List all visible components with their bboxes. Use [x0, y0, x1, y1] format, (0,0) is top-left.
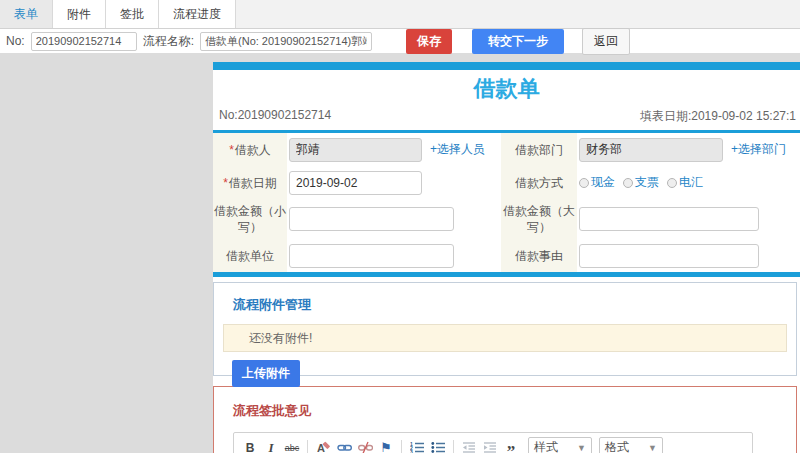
- doc-number: No:20190902152714: [219, 108, 331, 125]
- strikethrough-icon[interactable]: abc: [282, 438, 302, 453]
- doc-meta: No:20190902152714 填表日期:2019-09-02 15:27:…: [213, 108, 800, 125]
- borrow-unit-label: 借款单位: [213, 239, 287, 272]
- borrow-reason-input[interactable]: [579, 244, 759, 268]
- fill-date: 填表日期:2019-09-02 15:27:1: [640, 108, 796, 125]
- app-screen: 表单 附件 签批 流程进度 No: 流程名称: 保存 转交下一步 返回 借款单 …: [0, 0, 800, 453]
- process-name-label: 流程名称:: [143, 33, 194, 50]
- amount-lower-input[interactable]: [289, 207, 454, 231]
- indent-icon[interactable]: [480, 438, 500, 453]
- approval-section-title: 流程签批意见: [233, 402, 787, 420]
- radio-icon[interactable]: [579, 178, 589, 188]
- command-bar: No: 流程名称: 保存 转交下一步 返回: [0, 29, 800, 53]
- tab-approval[interactable]: 签批: [106, 0, 159, 28]
- borrower-label: *借款人: [213, 133, 287, 166]
- toolbar-separator: [401, 440, 402, 453]
- italic-icon[interactable]: I: [261, 438, 281, 453]
- process-name-input[interactable]: [200, 32, 372, 51]
- tab-attachments[interactable]: 附件: [53, 0, 106, 28]
- radio-wire[interactable]: 电汇: [667, 174, 703, 191]
- save-button[interactable]: 保存: [406, 29, 452, 54]
- department-label: 借款部门: [501, 133, 577, 166]
- approval-section: 流程签批意见 B I abc A ⚑: [213, 386, 797, 453]
- remove-format-icon[interactable]: A: [313, 438, 333, 453]
- no-label: No:: [6, 34, 25, 48]
- toolbar-separator: [307, 440, 308, 453]
- borrow-reason-label: 借款事由: [501, 239, 577, 272]
- attachment-section-title: 流程附件管理: [233, 296, 787, 314]
- form-row-amount: 借款金额（小写） 借款金额（大写）: [213, 199, 800, 239]
- svg-text:3: 3: [410, 449, 413, 453]
- tab-form[interactable]: 表单: [0, 0, 53, 28]
- toolbar-separator: [453, 440, 454, 453]
- radio-cash[interactable]: 现金: [579, 174, 615, 191]
- upload-attachment-button[interactable]: 上传附件: [232, 360, 300, 387]
- no-input[interactable]: [31, 32, 137, 51]
- back-button[interactable]: 返回: [582, 28, 630, 55]
- blockquote-icon[interactable]: ”: [501, 438, 521, 453]
- select-department-link[interactable]: +选择部门: [731, 141, 786, 158]
- tab-strip: 表单 附件 签批 流程进度: [0, 0, 800, 29]
- amount-lower-label: 借款金额（小写）: [213, 199, 287, 239]
- attachment-section: 流程附件管理 还没有附件! 上传附件: [213, 282, 797, 376]
- bold-icon[interactable]: B: [240, 438, 260, 453]
- next-step-button[interactable]: 转交下一步: [472, 29, 564, 54]
- panel-header-bar: [213, 62, 800, 70]
- unlink-icon[interactable]: [355, 438, 375, 453]
- form-row-date-method: *借款日期 借款方式 现金 支票 电汇: [213, 166, 800, 199]
- amount-upper-input[interactable]: [579, 207, 759, 231]
- radio-icon[interactable]: [623, 178, 633, 188]
- required-mark: *: [223, 176, 228, 190]
- format-dropdown[interactable]: 格式▼: [599, 437, 663, 453]
- divider: [213, 272, 800, 277]
- main-panel: 借款单 No:20190902152714 填表日期:2019-09-02 15…: [213, 62, 800, 453]
- form-row-borrower: *借款人 +选择人员 借款部门 +选择部门: [213, 133, 800, 166]
- no-attachments-message: 还没有附件!: [223, 324, 787, 352]
- radio-cheque[interactable]: 支票: [623, 174, 659, 191]
- borrow-unit-input[interactable]: [289, 244, 454, 268]
- department-input[interactable]: [579, 138, 723, 162]
- tab-process-progress[interactable]: 流程进度: [159, 0, 236, 28]
- bulleted-list-icon[interactable]: [428, 438, 448, 453]
- chevron-down-icon: ▼: [577, 443, 586, 453]
- ordered-list-icon[interactable]: 123: [407, 438, 427, 453]
- borrower-input[interactable]: [289, 138, 422, 162]
- rich-text-editor: B I abc A ⚑ 123: [233, 432, 753, 453]
- amount-upper-label: 借款金额（大写）: [501, 199, 577, 239]
- radio-icon[interactable]: [667, 178, 677, 188]
- borrow-method-group: 现金 支票 电汇: [579, 174, 703, 191]
- borrow-method-label: 借款方式: [501, 166, 577, 199]
- editor-toolbar: B I abc A ⚑ 123: [234, 433, 752, 453]
- link-icon[interactable]: [334, 438, 354, 453]
- form-row-unit-reason: 借款单位 借款事由: [213, 239, 800, 272]
- anchor-flag-icon[interactable]: ⚑: [376, 438, 396, 453]
- styles-dropdown[interactable]: 样式▼: [528, 437, 592, 453]
- required-mark: *: [229, 143, 234, 157]
- outdent-icon[interactable]: [459, 438, 479, 453]
- borrow-date-input[interactable]: [289, 171, 422, 195]
- borrow-date-label: *借款日期: [213, 166, 287, 199]
- chevron-down-icon: ▼: [648, 443, 657, 453]
- select-person-link[interactable]: +选择人员: [430, 141, 485, 158]
- page-title: 借款单: [213, 74, 800, 104]
